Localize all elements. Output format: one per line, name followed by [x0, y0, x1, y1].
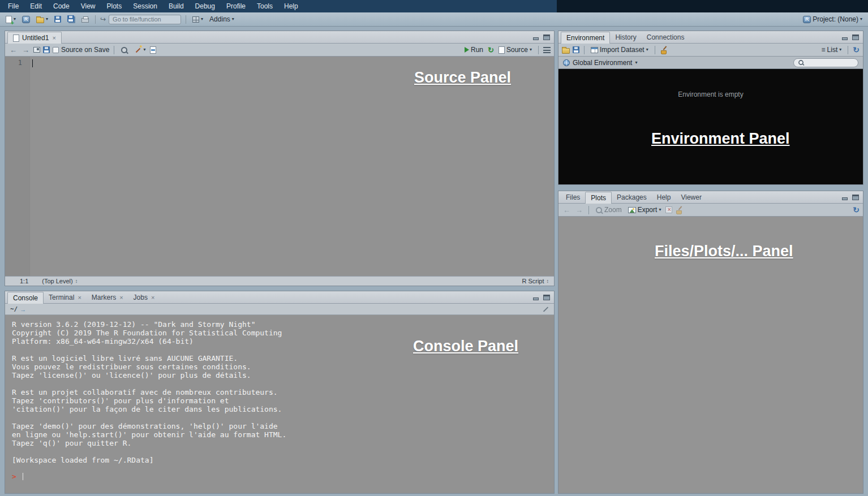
source-button[interactable]: Source ▾	[497, 45, 534, 55]
zoom-button[interactable]: Zoom	[594, 205, 624, 215]
goto-file-icon: ↪	[100, 15, 106, 23]
tab-plots[interactable]: Plots	[585, 192, 612, 204]
project-menu-button[interactable]: R Project: (None) ▾	[801, 14, 864, 24]
import-dataset-button[interactable]: Import Dataset ▾	[589, 45, 650, 55]
maximize-pane-icon[interactable]	[543, 295, 550, 300]
print-button[interactable]	[80, 15, 91, 24]
code-tools-button[interactable]: ▾	[132, 45, 147, 55]
source-panel-annotation: Source Panel	[414, 69, 511, 87]
minimize-pane-icon[interactable]	[841, 34, 848, 40]
titlebar-right-region	[557, 0, 868, 12]
tab-history[interactable]: History	[610, 31, 641, 43]
minimize-pane-icon[interactable]	[532, 295, 539, 300]
clear-plots-icon[interactable]	[675, 206, 683, 214]
close-tab-icon[interactable]: ×	[151, 294, 154, 301]
file-type-selector[interactable]: R Script ↕	[522, 278, 549, 284]
tab-label: Terminal	[49, 294, 74, 301]
new-project-icon: R	[22, 16, 30, 23]
tab-viewer[interactable]: Viewer	[676, 191, 706, 203]
menu-debug[interactable]: Debug	[190, 0, 221, 12]
pane-window-buttons	[841, 195, 863, 203]
close-tab-icon[interactable]: ×	[52, 34, 55, 41]
open-file-button[interactable]: ▾	[35, 15, 50, 24]
zoom-label: Zoom	[604, 206, 622, 214]
rstudio-window: File Edit Code View Plots Session Build …	[0, 0, 868, 496]
export-image-icon	[628, 207, 636, 213]
file-type-label: R Script	[522, 278, 544, 284]
back-icon[interactable]: ←	[8, 46, 18, 54]
run-button[interactable]: Run	[463, 45, 485, 55]
menu-plots[interactable]: Plots	[101, 0, 128, 12]
document-outline-icon[interactable]	[543, 47, 551, 53]
tab-environment[interactable]: Environment	[561, 32, 610, 44]
menu-build[interactable]: Build	[163, 0, 190, 12]
menu-tools[interactable]: Tools	[251, 0, 278, 12]
project-label: Project: (None)	[813, 15, 858, 23]
minimize-pane-icon[interactable]	[841, 195, 848, 200]
maximize-pane-icon[interactable]	[543, 34, 550, 40]
editor-text-area[interactable]	[30, 57, 554, 276]
close-tab-icon[interactable]: ×	[119, 294, 123, 301]
refresh-plots-icon[interactable]: ↻	[853, 206, 860, 214]
new-file-button[interactable]: ▾	[4, 15, 18, 24]
tab-packages[interactable]: Packages	[612, 191, 652, 203]
forward-icon[interactable]: →	[21, 46, 31, 54]
rerun-icon[interactable]: ↻	[488, 46, 494, 54]
tab-untitled1[interactable]: Untitled1 ×	[7, 32, 62, 44]
cursor-position: 1:1	[20, 278, 28, 284]
list-view-button[interactable]: ≡ List ▾	[820, 45, 844, 55]
addins-button[interactable]: Addins ▾	[208, 14, 236, 24]
scope-selector[interactable]: (Top Level) ↕	[42, 278, 78, 284]
tab-console[interactable]: Console	[7, 292, 44, 304]
maximize-pane-icon[interactable]	[852, 195, 859, 200]
open-in-new-window-icon[interactable]	[33, 47, 40, 53]
remove-plot-icon[interactable]	[665, 206, 672, 213]
panes-layout-button[interactable]: ▾	[191, 15, 205, 24]
tab-markers[interactable]: Markers ×	[87, 291, 128, 303]
save-all-button[interactable]	[66, 14, 77, 24]
console-prompt-row: >	[12, 472, 554, 481]
save-button[interactable]	[53, 15, 63, 24]
toolbar-separator	[538, 46, 539, 54]
menu-edit[interactable]: Edit	[24, 0, 48, 12]
working-directory: ~/	[10, 305, 18, 313]
compile-report-icon[interactable]	[150, 46, 156, 54]
maximize-pane-icon[interactable]	[852, 34, 859, 40]
menu-code[interactable]: Code	[48, 0, 75, 12]
load-workspace-icon[interactable]	[562, 48, 570, 54]
goto-file-input[interactable]	[109, 15, 181, 24]
new-project-button[interactable]: R	[20, 15, 32, 24]
menu-session[interactable]: Session	[127, 0, 163, 12]
console-output[interactable]: R version 3.6.2 (2019-12-12) -- "Dark an…	[5, 315, 554, 493]
save-document-icon[interactable]	[43, 46, 50, 53]
search-icon	[798, 59, 803, 65]
find-replace-button[interactable]	[119, 45, 130, 55]
tab-files[interactable]: Files	[561, 191, 585, 203]
open-folder-icon	[36, 18, 44, 23]
minimize-pane-icon[interactable]	[532, 34, 539, 40]
search-icon	[121, 46, 128, 54]
source-editor[interactable]: 1 Source Panel	[5, 57, 554, 276]
clear-workspace-icon[interactable]	[660, 46, 668, 54]
menu-help[interactable]: Help	[278, 0, 304, 12]
export-button[interactable]: Export ▾	[626, 205, 663, 215]
tab-jobs[interactable]: Jobs ×	[128, 291, 160, 303]
tab-terminal[interactable]: Terminal ×	[44, 291, 87, 303]
environment-search[interactable]	[793, 58, 858, 67]
goto-directory-icon[interactable]: →	[20, 306, 26, 313]
refresh-environment-icon[interactable]: ↻	[853, 46, 860, 54]
r-script-icon	[13, 34, 19, 42]
close-tab-icon[interactable]: ×	[78, 294, 81, 301]
toolbar-separator	[848, 46, 848, 54]
source-on-save-checkbox[interactable]: Source on Save	[53, 46, 109, 54]
menu-profile[interactable]: Profile	[221, 0, 251, 12]
menu-view[interactable]: View	[75, 0, 101, 12]
tab-connections[interactable]: Connections	[642, 31, 690, 43]
next-plot-icon[interactable]: →	[574, 206, 584, 214]
save-workspace-icon[interactable]	[573, 46, 579, 53]
environment-scope-label[interactable]: Global Environment	[573, 59, 632, 67]
environment-search-input[interactable]	[806, 59, 852, 66]
tab-help[interactable]: Help	[652, 191, 676, 203]
previous-plot-icon[interactable]: ←	[562, 206, 571, 214]
menu-file[interactable]: File	[2, 0, 24, 12]
